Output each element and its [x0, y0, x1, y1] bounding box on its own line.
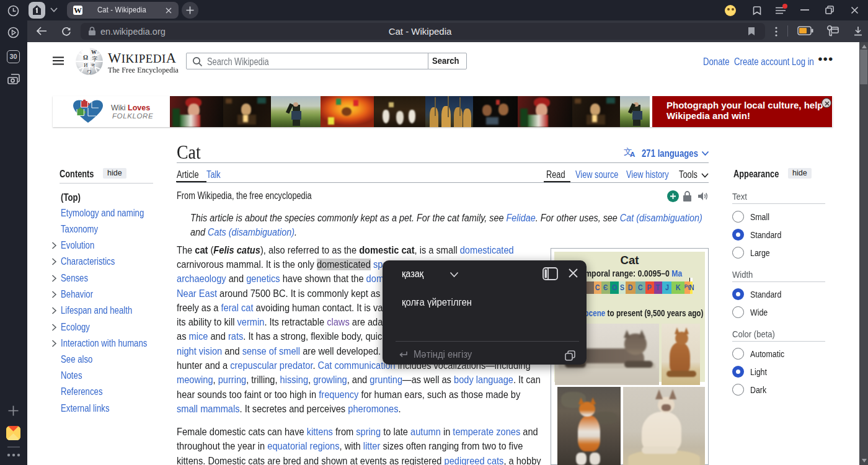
svg-text:字: 字	[92, 56, 98, 62]
svg-text:Ω: Ω	[83, 54, 88, 61]
svg-text:ワ: ワ	[87, 69, 92, 75]
svg-text:И: И	[84, 62, 88, 68]
svg-text:न: न	[91, 63, 95, 69]
svg-text:W: W	[91, 49, 97, 55]
